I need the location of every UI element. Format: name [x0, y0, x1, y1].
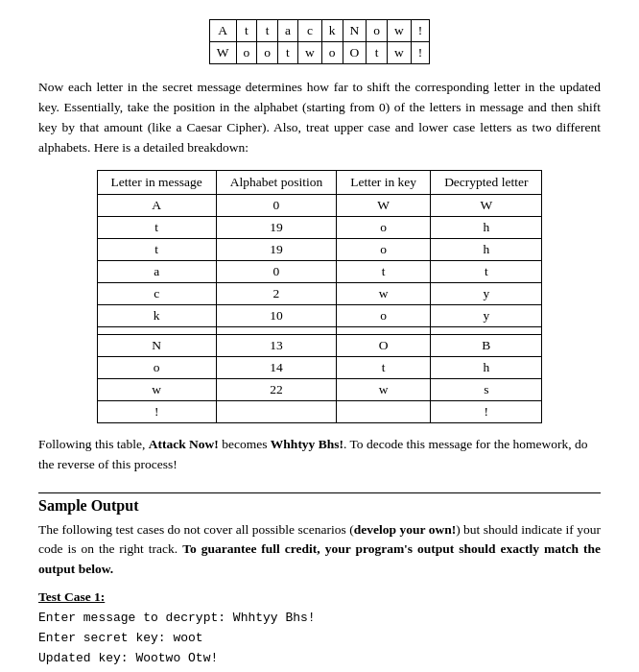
table-row: !!	[97, 400, 542, 422]
top-table-cell: O	[343, 42, 367, 64]
code-line: Enter secret key: woot	[38, 629, 601, 649]
main-table-header: Alphabet position	[216, 170, 336, 194]
table-cell: 19	[216, 216, 336, 238]
top-table-cell: o	[367, 20, 388, 42]
table-cell: B	[431, 334, 542, 356]
table-cell: 22	[216, 378, 336, 400]
following-bold-1: Attack Now!	[149, 437, 219, 451]
table-cell: 19	[216, 238, 336, 260]
top-table-cell: A	[209, 20, 236, 42]
table-cell	[216, 400, 336, 422]
table-cell: 0	[216, 194, 336, 216]
table-cell: h	[431, 356, 542, 378]
test-case-title: Test Case 1:	[38, 589, 601, 605]
top-table-cell: w	[388, 20, 412, 42]
sample-output-section: Sample Output The following test cases d…	[38, 492, 601, 672]
table-cell: 13	[216, 334, 336, 356]
top-table-cell: t	[257, 20, 278, 42]
table-cell: !	[431, 400, 542, 422]
following-text-1: Following this table,	[38, 437, 149, 451]
top-table-cell: o	[321, 42, 343, 64]
table-row: w22ws	[97, 378, 542, 400]
top-table-cell: !	[411, 42, 430, 64]
following-bold-2: Whhtyy Bhs!	[271, 437, 343, 451]
top-table-cell: W	[209, 42, 236, 64]
table-cell: t	[97, 238, 216, 260]
table-row: c2wy	[97, 282, 542, 304]
table-cell: a	[97, 260, 216, 282]
following-text-2: becomes	[219, 437, 271, 451]
table-cell: o	[337, 238, 431, 260]
table-cell: W	[431, 194, 542, 216]
table-cell: h	[431, 216, 542, 238]
table-cell: 14	[216, 356, 336, 378]
table-cell: h	[431, 238, 542, 260]
top-table-cell: a	[278, 20, 298, 42]
top-table-cell: c	[298, 20, 322, 42]
top-table-cell: w	[388, 42, 412, 64]
table-cell: A	[97, 194, 216, 216]
top-table: AttackNow!WootwoOtw!	[209, 19, 431, 64]
code-line: Enter message to decrypt: Whhtyy Bhs!	[38, 609, 601, 629]
table-row: A0WW	[97, 194, 542, 216]
top-table-cell: N	[343, 20, 367, 42]
table-cell: 10	[216, 304, 336, 326]
table-row: t19oh	[97, 216, 542, 238]
top-table-cell: o	[236, 42, 257, 64]
table-cell: t	[97, 216, 216, 238]
table-cell: o	[337, 304, 431, 326]
main-table-header: Letter in message	[97, 170, 216, 194]
code-block: Enter message to decrypt: Whhtyy Bhs!Ent…	[38, 609, 601, 672]
table-cell: w	[337, 378, 431, 400]
main-table: Letter in messageAlphabet positionLetter…	[97, 170, 543, 423]
table-cell: w	[97, 378, 216, 400]
sample-output-title: Sample Output	[38, 497, 601, 515]
table-row: N13OB	[97, 334, 542, 356]
table-cell: o	[337, 216, 431, 238]
table-cell: k	[97, 304, 216, 326]
table-cell: W	[337, 194, 431, 216]
top-table-cell: t	[236, 20, 257, 42]
top-table-cell: !	[411, 20, 430, 42]
top-table-wrapper: AttackNow!WootwoOtw!	[38, 19, 601, 64]
table-cell: y	[431, 304, 542, 326]
table-cell: o	[97, 356, 216, 378]
table-spacer-row	[97, 326, 542, 334]
desc-bold1: develop your own!	[354, 522, 456, 537]
table-cell: 2	[216, 282, 336, 304]
table-cell: O	[337, 334, 431, 356]
table-cell: t	[431, 260, 542, 282]
top-table-cell: k	[321, 20, 343, 42]
table-row: k10oy	[97, 304, 542, 326]
top-table-cell: o	[257, 42, 278, 64]
table-cell: y	[431, 282, 542, 304]
main-table-wrapper: Letter in messageAlphabet positionLetter…	[38, 170, 601, 423]
table-cell: c	[97, 282, 216, 304]
table-row: a0tt	[97, 260, 542, 282]
table-cell: w	[337, 282, 431, 304]
table-cell: s	[431, 378, 542, 400]
desc1: The following test cases do not cover al…	[38, 522, 354, 537]
table-row: t19oh	[97, 238, 542, 260]
table-cell: t	[337, 356, 431, 378]
table-cell: !	[97, 400, 216, 422]
top-table-cell: t	[367, 42, 388, 64]
table-cell: t	[337, 260, 431, 282]
main-table-header: Letter in key	[337, 170, 431, 194]
top-table-cell: w	[298, 42, 322, 64]
table-row: o14th	[97, 356, 542, 378]
table-cell	[337, 400, 431, 422]
following-text: Following this table, Attack Now! become…	[38, 435, 601, 475]
code-line: Updated key: Wootwo Otw!	[38, 649, 601, 669]
top-table-cell: t	[278, 42, 298, 64]
main-table-header: Decrypted letter	[431, 170, 542, 194]
table-cell: 0	[216, 260, 336, 282]
sample-output-desc: The following test cases do not cover al…	[38, 520, 601, 581]
table-cell: N	[97, 334, 216, 356]
body-text: Now each letter in the secret message de…	[38, 78, 601, 158]
